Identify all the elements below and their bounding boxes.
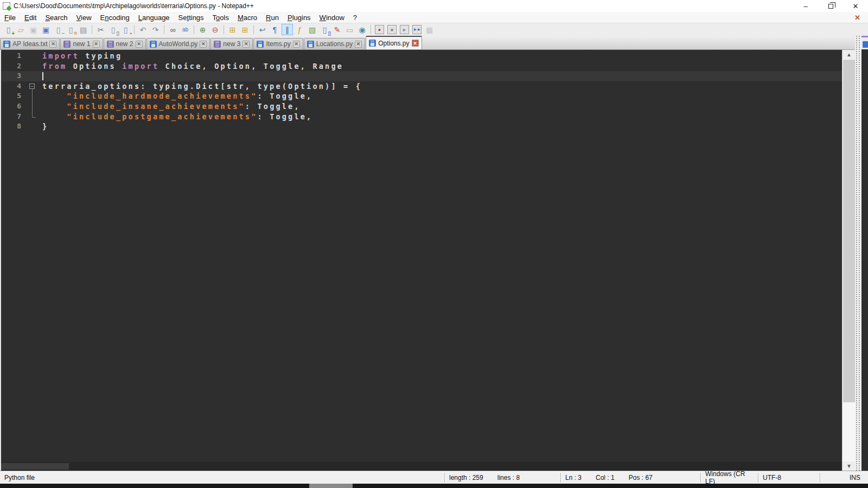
tab-label: Options.py <box>378 40 409 47</box>
tab-close-icon[interactable]: ✕ <box>93 41 100 48</box>
code-line: 4–terraria_options: typing.Dict[str, typ… <box>1 81 842 92</box>
tab-close-icon[interactable]: ✕ <box>412 40 419 47</box>
status-insert-mode[interactable]: INS <box>820 473 868 483</box>
tab-label: AutoWorld.py <box>159 40 198 48</box>
tab-close-icon[interactable]: ✕ <box>49 41 56 48</box>
paste-icon[interactable]: ▯▪ <box>120 24 131 35</box>
tab-close-icon[interactable]: ✕ <box>293 41 300 48</box>
tab-new-2[interactable]: new 2✕ <box>104 38 146 49</box>
copy-icon[interactable]: ▯▯ <box>107 24 119 35</box>
open-file-icon[interactable]: ▱ <box>15 24 27 35</box>
menu-[interactable]: ? <box>349 12 361 23</box>
scroll-up-icon[interactable]: ▲ <box>843 50 856 59</box>
tab-close-icon[interactable]: ✕ <box>200 41 207 48</box>
status-encoding[interactable]: UTF-8 <box>758 473 820 483</box>
macro-stop-icon[interactable]: ■ <box>387 25 397 34</box>
secondary-view-tab[interactable] <box>861 36 868 49</box>
menu-edit[interactable]: Edit <box>20 12 41 23</box>
code-line: 1import typing <box>1 51 842 61</box>
find-icon[interactable]: ∞ <box>167 24 178 35</box>
code-line: 2from Options import Choice, Option, Tog… <box>1 61 842 72</box>
menu-language[interactable]: Language <box>134 12 174 23</box>
save-all-icon[interactable]: ▣ <box>40 24 52 35</box>
menu-window[interactable]: Window <box>315 12 349 23</box>
macro-play-icon[interactable]: ► <box>400 25 409 34</box>
replace-icon[interactable]: ab <box>180 24 191 35</box>
close-document-icon[interactable]: ✕ <box>854 14 860 22</box>
fold-margin <box>28 71 37 81</box>
menu-run[interactable]: Run <box>261 12 283 23</box>
fold-margin[interactable]: – <box>28 81 37 92</box>
secondary-view-sliver <box>861 36 868 471</box>
zoom-out-icon[interactable]: ⊖ <box>209 24 221 35</box>
tab-close-icon[interactable]: ✕ <box>355 41 362 48</box>
function-list-icon[interactable]: ƒ <box>294 24 305 35</box>
menu-settings[interactable]: Settings <box>174 12 208 23</box>
tab-close-icon[interactable]: ✕ <box>136 41 143 48</box>
redo-icon[interactable]: ↷ <box>150 24 161 35</box>
app-icon <box>3 2 10 10</box>
macro-save-icon[interactable]: ▦ <box>424 24 435 35</box>
tab-close-icon[interactable]: ✕ <box>242 41 250 48</box>
menu-encoding[interactable]: Encoding <box>96 12 134 23</box>
tab-locations-py[interactable]: Locations.py✕ <box>304 38 365 49</box>
menu-plugins[interactable]: Plugins <box>283 12 315 23</box>
tab-label: new 2 <box>116 40 133 48</box>
status-position: Ln : 3 Col : 1 Pos : 67 <box>561 473 701 483</box>
status-col: Col : 1 <box>596 474 615 481</box>
show-indent-guide-icon[interactable]: ∥ <box>282 24 293 35</box>
print-icon[interactable]: ▤ <box>78 24 89 35</box>
fold-margin <box>28 91 37 101</box>
scroll-down-icon[interactable]: ▼ <box>843 461 856 471</box>
status-length-label: length : 259 <box>449 474 483 481</box>
macro-record-icon[interactable]: ● <box>375 25 384 34</box>
editor[interactable]: 1import typing2from Options import Choic… <box>0 50 842 471</box>
cut-icon[interactable]: ✂ <box>95 24 106 35</box>
code-text: } <box>37 121 48 132</box>
menu-search[interactable]: Search <box>41 12 72 23</box>
vertical-scrollbar-thumb[interactable] <box>843 60 855 402</box>
tab-autoworld-py[interactable]: AutoWorld.py✕ <box>146 38 210 49</box>
tab-label: Locations.py <box>316 40 353 48</box>
view-splitter[interactable] <box>855 36 861 471</box>
code-area[interactable]: 1import typing2from Options import Choic… <box>1 51 842 462</box>
tab-ap-ideas-txt[interactable]: AP Ideas.txt✕ <box>0 38 60 49</box>
horizontal-scrollbar-thumb[interactable] <box>1 463 69 470</box>
line-number: 4 <box>1 81 28 92</box>
fold-collapse-icon[interactable]: – <box>29 84 35 89</box>
menu-file[interactable]: File <box>0 12 20 23</box>
tab-items-py[interactable]: Items.py✕ <box>253 38 303 49</box>
folder-as-workspace-icon[interactable]: ▭ <box>344 24 355 35</box>
show-all-characters-icon[interactable]: ¶ <box>269 24 280 35</box>
sync-horizontal-scroll-icon[interactable]: ⊞ <box>239 24 251 35</box>
line-number: 6 <box>1 101 28 112</box>
menu-macro[interactable]: Macro <box>233 12 261 23</box>
undo-icon[interactable]: ↶ <box>137 24 149 35</box>
document-map-icon[interactable]: ▧ <box>307 24 318 35</box>
floppy-icon <box>3 41 10 48</box>
macro-run-multiple-icon[interactable]: ►► <box>412 25 422 34</box>
tab-new-1[interactable]: new 1✕ <box>60 38 103 49</box>
close-button[interactable]: ✕ <box>843 0 868 12</box>
new-file-icon[interactable]: ▯+ <box>3 24 14 35</box>
tab-options-py[interactable]: Options.py✕ <box>366 36 422 49</box>
zoom-in-icon[interactable]: ⊕ <box>197 24 208 35</box>
restore-button[interactable] <box>818 0 843 12</box>
sync-vertical-scroll-icon[interactable]: ⊞ <box>227 24 238 35</box>
status-pos: Pos : 67 <box>629 474 653 481</box>
close-all-icon[interactable]: ▯= <box>65 24 76 35</box>
save-file-icon[interactable]: ▣ <box>28 24 39 35</box>
menu-tools[interactable]: Tools <box>208 12 233 23</box>
tab-label: Items.py <box>266 40 290 48</box>
minimize-button[interactable]: – <box>793 0 818 12</box>
floppy-icon <box>307 41 314 48</box>
word-wrap-icon[interactable]: ↩ <box>257 24 268 35</box>
status-eol-format[interactable]: Windows (CR LF) <box>701 473 758 483</box>
tab-new-3[interactable]: new 3✕ <box>210 38 253 49</box>
vertical-scrollbar[interactable]: ▲ ▼ <box>842 50 855 471</box>
menu-view[interactable]: View <box>72 12 96 23</box>
close-file-icon[interactable]: ▯– <box>53 24 64 35</box>
document-list-icon[interactable]: ▯▯ <box>319 24 330 35</box>
monitoring-eye-icon[interactable]: ◉ <box>356 24 368 35</box>
user-defined-language-icon[interactable]: ✎ <box>331 24 343 35</box>
